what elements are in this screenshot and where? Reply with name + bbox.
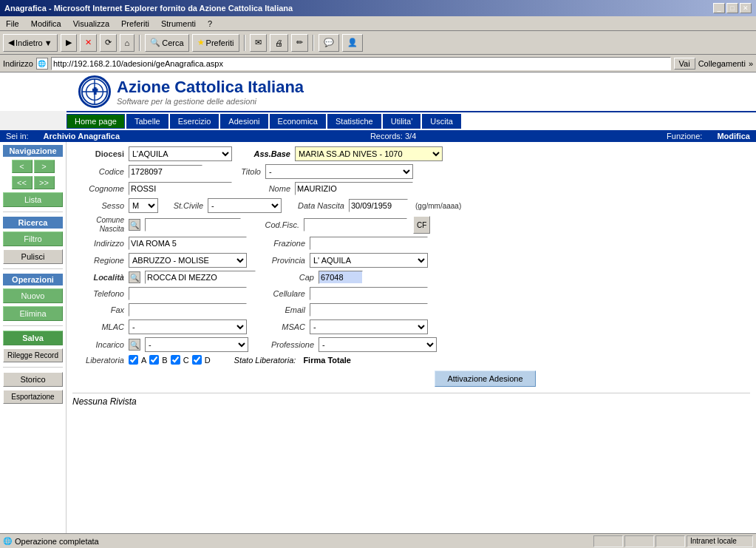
comune-input[interactable] [145, 218, 241, 231]
liberatoria-label: Liberatoria [72, 356, 124, 365]
email-input[interactable] [310, 303, 428, 317]
cognome-label: Cognome [72, 184, 124, 193]
menu-visualizza[interactable]: Visualizza [70, 18, 112, 29]
row-telefono: Telefono Cellulare [72, 287, 750, 300]
nuovo-button[interactable]: Nuovo [3, 288, 63, 303]
edit-button[interactable]: ✏ [291, 34, 308, 52]
titolo-select[interactable]: - [265, 164, 413, 179]
last-button[interactable]: >> [34, 176, 55, 189]
storico-button[interactable]: Storico [3, 372, 63, 387]
sesso-select[interactable]: M [129, 198, 158, 213]
st-civile-select[interactable]: - [208, 198, 282, 213]
print-button[interactable]: 🖨 [270, 34, 288, 52]
home-button[interactable]: ⌂ [120, 34, 135, 52]
expand-icon[interactable]: » [749, 59, 753, 68]
app-subtitle: Software per la gestione delle adesioni [117, 97, 304, 106]
cellulare-input[interactable] [310, 287, 428, 300]
cod-fisc-input[interactable] [304, 218, 407, 231]
cap-label: Cap [273, 273, 314, 282]
rilegge-button[interactable]: Rilegge Record [3, 348, 63, 362]
check-a[interactable] [129, 355, 138, 365]
provincia-select[interactable]: L' AQUILA [310, 253, 428, 268]
messenger-button[interactable]: 💬 [319, 34, 339, 52]
menu-preferiti[interactable]: Preferiti [118, 18, 152, 29]
menu-strumenti[interactable]: Strumenti [158, 18, 199, 29]
next-button[interactable]: > [34, 160, 55, 173]
esportazione-button[interactable]: Esportazione [3, 390, 63, 404]
indirizzo-input[interactable] [129, 237, 247, 250]
professione-select[interactable]: - [319, 337, 437, 352]
nav-uscita[interactable]: Uscita [422, 114, 461, 129]
forward-button[interactable]: ▶ [61, 34, 77, 52]
minimize-button[interactable]: _ [713, 3, 725, 13]
search-button[interactable]: 🔍 Cerca [145, 34, 188, 52]
nav-statistiche[interactable]: Statistiche [327, 114, 381, 129]
attivazione-button[interactable]: Attivazione Adesione [435, 371, 535, 387]
incarico-label: Incarico [72, 340, 124, 349]
check-b[interactable] [149, 355, 159, 365]
prev-button[interactable]: < [12, 160, 33, 173]
go-button[interactable]: Vai [674, 58, 695, 70]
pulisci-button[interactable]: Pulisci [3, 249, 63, 264]
nav-homepage[interactable]: Home page [67, 114, 125, 129]
filtro-button[interactable]: Filtro [3, 231, 63, 246]
user-button[interactable]: 👤 [342, 34, 363, 52]
refresh-button[interactable]: ⟳ [100, 34, 117, 52]
status-right: Intranet locale [593, 535, 753, 547]
regione-label: Regione [72, 256, 124, 265]
check-c[interactable] [171, 355, 180, 365]
check-d-label: D [205, 356, 211, 365]
nav-utilita[interactable]: Utilita' [383, 114, 421, 129]
menu-file[interactable]: File [3, 18, 22, 29]
msac-select[interactable]: - [310, 319, 428, 334]
svg-text:✟: ✟ [91, 86, 99, 97]
localita-input[interactable] [145, 271, 256, 284]
nav-adesioni[interactable]: Adesioni [220, 114, 268, 129]
st-civile-label: St.Civile [163, 201, 203, 210]
address-input[interactable] [51, 57, 671, 70]
mail-button[interactable]: ✉ [250, 34, 267, 52]
favorites-button[interactable]: ★ Preferiti [192, 34, 239, 52]
regione-select[interactable]: ABRUZZO - MOLISE [129, 253, 247, 268]
close-button[interactable]: ✕ [740, 3, 752, 13]
salva-button[interactable]: Salva [3, 331, 63, 345]
page-icon: 🌐 [36, 58, 48, 70]
cap-input[interactable] [319, 271, 363, 284]
cellulare-label: Cellulare [265, 289, 305, 298]
first-button[interactable]: << [12, 176, 33, 189]
ass-base-select[interactable]: MARIA SS.AD NIVES - 1070 [295, 146, 443, 161]
data-nascita-input[interactable] [349, 199, 408, 212]
comune-search-icon[interactable]: 🔍 [129, 219, 140, 231]
nome-input[interactable] [295, 182, 413, 195]
maximize-button[interactable]: □ [726, 3, 738, 13]
elimina-button[interactable]: Elimina [3, 306, 63, 321]
incarico-select[interactable]: - [145, 337, 248, 352]
telefono-input[interactable] [129, 287, 247, 300]
cognome-input[interactable] [129, 182, 232, 195]
stop-button[interactable]: ✕ [80, 34, 97, 52]
frazione-input[interactable] [310, 237, 428, 250]
localita-search-icon[interactable]: 🔍 [129, 271, 140, 283]
menu-help[interactable]: ? [205, 18, 215, 29]
archivio-label: Archivio Anagrafica [44, 132, 120, 141]
check-c-label: C [183, 356, 189, 365]
check-d[interactable] [192, 355, 202, 365]
professione-label: Professione [266, 340, 314, 349]
nav-esercizio[interactable]: Esercizio [170, 114, 219, 129]
codice-input[interactable] [129, 165, 202, 178]
comune-label: Comune Nascita [72, 216, 124, 234]
incarico-search-icon[interactable]: 🔍 [129, 339, 140, 351]
menu-modifica[interactable]: Modifica [28, 18, 64, 29]
back-button[interactable]: ◀ Indietro ▼ [3, 34, 58, 52]
toolbar-separator-2 [244, 35, 245, 51]
nav-economica[interactable]: Economica [270, 114, 326, 129]
diocesi-select[interactable]: L'AQUILA [129, 146, 232, 161]
lista-button[interactable]: Lista [3, 192, 63, 207]
cf-button[interactable]: CF [413, 216, 430, 234]
nav-tabelle[interactable]: Tabelle [126, 114, 168, 129]
diocesi-label: Diocesi [72, 149, 124, 158]
row-sesso: Sesso M St.Civile - Data Nascita (gg/mm/… [72, 198, 750, 213]
fax-input[interactable] [129, 303, 247, 317]
row-cognome: Cognome Nome [72, 182, 750, 195]
mlac-select[interactable]: - [129, 319, 247, 334]
